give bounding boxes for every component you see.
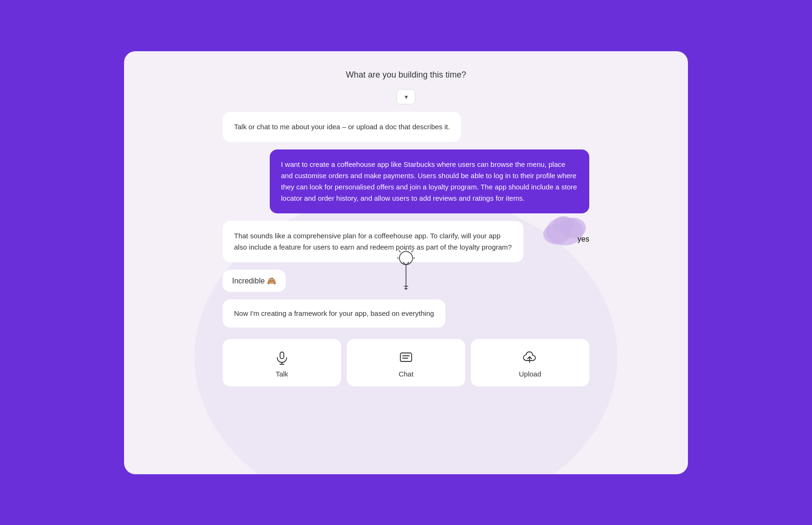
svg-point-4 bbox=[399, 251, 413, 265]
chat-button[interactable]: Chat bbox=[347, 339, 465, 386]
incredible-row: Incredible 🙈 bbox=[223, 270, 589, 292]
ai-message-1: Talk or chat to me about your idea – or … bbox=[223, 112, 461, 142]
talk-button[interactable]: Talk bbox=[223, 339, 341, 386]
svg-rect-16 bbox=[400, 353, 412, 361]
cloud-decoration bbox=[538, 207, 589, 254]
action-buttons: Talk Chat Upload bbox=[223, 339, 589, 386]
upload-icon bbox=[523, 350, 538, 365]
svg-rect-13 bbox=[280, 352, 284, 359]
microphone-icon bbox=[274, 350, 289, 365]
lightbulb-icon bbox=[397, 248, 415, 290]
svg-point-3 bbox=[553, 216, 574, 233]
incredible-text: Incredible 🙈 bbox=[232, 276, 276, 285]
svg-line-8 bbox=[412, 251, 413, 252]
chevron-icon: ▾ bbox=[405, 93, 408, 101]
svg-line-7 bbox=[399, 251, 400, 252]
ai-message-2: That sounds like a comprehensive plan fo… bbox=[223, 221, 523, 262]
header-question: What are you building this time? bbox=[223, 70, 589, 80]
framework-message: Now I'm creating a framework for your ap… bbox=[223, 299, 445, 328]
chat-icon bbox=[398, 350, 414, 365]
main-card: What are you building this time? ▾ Talk … bbox=[124, 51, 688, 474]
lightbulb-decoration bbox=[397, 248, 415, 292]
upload-button[interactable]: Upload bbox=[471, 339, 589, 386]
chat-container: What are you building this time? ▾ Talk … bbox=[223, 70, 589, 386]
incredible-message: Incredible 🙈 bbox=[223, 270, 286, 292]
cloud-yes-wrapper: yes bbox=[533, 221, 589, 243]
user-message-1: I want to create a coffeehouse app like … bbox=[270, 149, 589, 213]
yes-bubble: yes bbox=[578, 235, 589, 243]
chevron-button[interactable]: ▾ bbox=[397, 89, 415, 104]
